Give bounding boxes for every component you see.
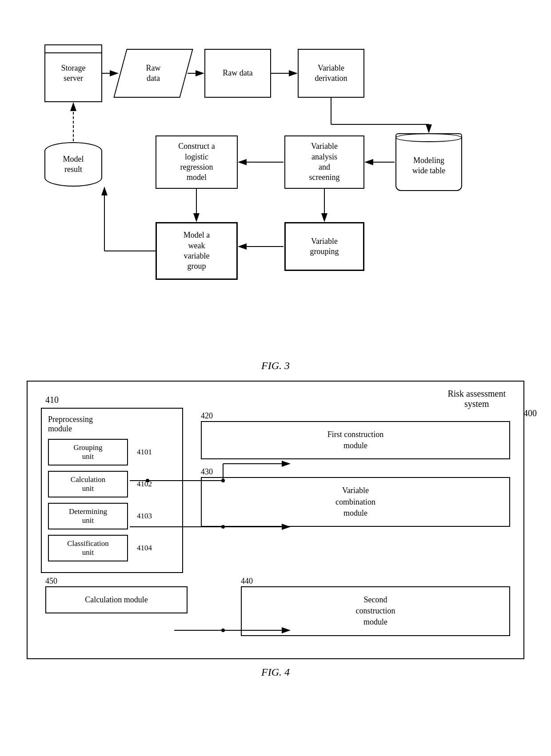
grouping-unit-label: Groupingunit	[73, 443, 102, 461]
variable-grouping-label: Variablegrouping	[310, 236, 339, 257]
preprocessing-box: Preprocessingmodule Groupingunit 4101 Ca…	[41, 408, 183, 573]
calculation-unit-label: Calculationunit	[71, 475, 105, 493]
grouping-unit-row: Groupingunit 4101	[48, 439, 176, 466]
fig4-caption: FIG. 4	[27, 666, 524, 678]
fig4-400-label: 400	[523, 408, 537, 418]
construct-logistic-box: Construct alogisticregressionmodel	[156, 135, 238, 189]
determining-unit-label: Determiningunit	[69, 507, 107, 525]
module-420-container: 420 First constructionmodule	[201, 421, 510, 459]
calculation-unit-row: Calculationunit 4102	[48, 471, 176, 497]
model-weak-variable-label: Model aweakvariablegroup	[184, 230, 210, 272]
grouping-unit-number: 4101	[137, 448, 152, 457]
storage-server-box: Storageserver	[44, 44, 102, 102]
storage-server-label: Storageserver	[61, 63, 86, 84]
raw-data2-box: Raw data	[204, 49, 271, 98]
module-440-box: Secondconstructionmodule	[241, 586, 510, 636]
determining-unit-box: Determiningunit	[48, 503, 128, 529]
module-420-label: 420	[201, 411, 213, 421]
module-420-text: First constructionmodule	[327, 430, 384, 450]
module-430-box: Variablecombinationmodule	[201, 477, 510, 527]
construct-logistic-label: Construct alogisticregressionmodel	[178, 141, 215, 183]
determining-unit-number: 4103	[137, 512, 152, 521]
right-col: 420 First constructionmodule 430 Variabl…	[201, 408, 510, 573]
model-result-label: Modelresult	[63, 154, 84, 175]
variable-analysis-box: Variableanalysisandscreening	[284, 135, 364, 189]
module-430-label: 430	[201, 467, 213, 477]
classification-unit-row: Classificationunit 4104	[48, 535, 176, 561]
fig3-diagram: Storageserver Rawdata Raw data Variabled…	[27, 18, 524, 355]
module-420-box: First constructionmodule	[201, 421, 510, 459]
fig4-outer-box: Risk assessmentsystem 400 410 Preprocess…	[27, 381, 524, 659]
modeling-wide-table-box: Modelingwide table	[395, 133, 462, 191]
grouping-unit-box: Groupingunit	[48, 439, 128, 466]
preprocessing-title: Preprocessingmodule	[48, 415, 176, 434]
module-450-label: 450	[45, 577, 57, 586]
model-result-box: Modelresult	[44, 142, 102, 187]
left-col: Preprocessingmodule Groupingunit 4101 Ca…	[41, 408, 183, 573]
module-440-container: 440 Secondconstructionmodule	[241, 586, 510, 636]
determining-unit-row: Determiningunit 4103	[48, 503, 176, 529]
fig4-diagram: Risk assessmentsystem 400 410 Preprocess…	[27, 381, 524, 659]
system-title: Risk assessmentsystem	[447, 389, 506, 409]
classification-unit-number: 4104	[137, 544, 152, 553]
calculation-unit-box: Calculationunit	[48, 471, 128, 497]
raw-data1-label: Rawdata	[146, 63, 161, 84]
module-440-text: Secondconstructionmodule	[356, 595, 395, 626]
classification-unit-box: Classificationunit	[48, 535, 128, 561]
variable-analysis-label: Variableanalysisandscreening	[309, 141, 340, 183]
classification-unit-label: Classificationunit	[67, 539, 108, 557]
raw-data2-label: Raw data	[223, 68, 252, 78]
model-weak-variable-box: Model aweakvariablegroup	[156, 222, 238, 280]
spacer	[205, 586, 223, 636]
variable-derivation-box: Variablederivation	[298, 49, 364, 98]
module-450-box: Calculation module	[45, 586, 188, 613]
calculation-unit-number: 4102	[137, 480, 152, 489]
module-430-text: Variablecombinationmodule	[335, 486, 375, 517]
module-450-text: Calculation module	[85, 595, 148, 604]
raw-data1-box: Rawdata	[120, 49, 187, 98]
fig4-content: Preprocessingmodule Groupingunit 4101 Ca…	[41, 408, 510, 573]
variable-grouping-box: Variablegrouping	[284, 222, 364, 271]
fig4-410-label: 410	[45, 395, 510, 405]
bottom-row: 450 Calculation module 440 Secondconstru…	[41, 586, 510, 636]
module-440-label: 440	[241, 577, 253, 586]
module-450-container: 450 Calculation module	[45, 586, 188, 636]
modeling-wide-table-label: Modelingwide table	[412, 155, 445, 176]
fig3-caption: FIG. 3	[27, 360, 524, 372]
variable-derivation-label: Variablederivation	[315, 63, 347, 84]
module-430-container: 430 Variablecombinationmodule	[201, 477, 510, 527]
